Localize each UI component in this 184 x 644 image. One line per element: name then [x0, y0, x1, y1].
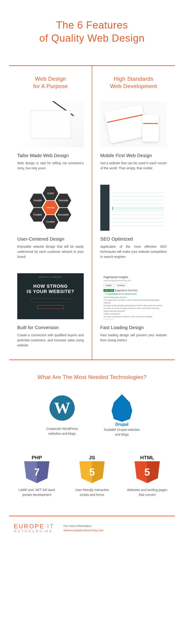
grader-headline-2: IS YOUR WEBSITE?	[27, 289, 74, 294]
feature-conversion: WEBSITE GRADER HOW STRONG IS YOUR WEBSIT…	[17, 273, 84, 348]
psi-tab-desktop: Desktop	[115, 284, 127, 287]
psi-row: Avoid landing page redirects	[104, 296, 164, 299]
col-left-header-line1: Web Design	[35, 76, 66, 82]
feature-mobile-first: Mobile First Web Design Get a website th…	[100, 101, 167, 171]
tech-row-1: W Cooperate WordPress websites and blogs…	[0, 394, 184, 437]
html-number: 5	[134, 461, 160, 483]
footer-info: For more information: www.europeitoutsou…	[64, 524, 103, 532]
title-line-1: The 6 Features	[56, 19, 128, 30]
hex-findable: Findable	[30, 208, 46, 222]
image-pagespeed-insights: PageSpeed Insights www.europeitoutsourci…	[100, 273, 167, 319]
feature-usercentered-body: Enjoyable website design that will be ea…	[17, 244, 84, 260]
wordpress-logo-icon: W	[48, 394, 76, 422]
psi-score-label: Suggestions Summary	[114, 289, 138, 292]
grader-email-input	[30, 298, 70, 302]
footer-info-label: For more information:	[64, 524, 92, 528]
tech-row-2: PHP 7 LAMP and .NET full stack portals d…	[0, 456, 184, 497]
tech-wordpress-caption: Cooperate WordPress websites and blogs	[42, 426, 83, 436]
js-label: JS	[89, 455, 95, 461]
feature-tailor-body: Web design is vital for telling not some…	[17, 160, 84, 171]
image-ux-honeycomb: Valuable Useful Desirable Accessible Cre…	[17, 185, 84, 231]
footer-brand-sub: OUTSOURCING	[14, 529, 54, 533]
tech-drupal-caption: Scalable Drupal websites and blogs	[101, 427, 142, 437]
feature-seo-title: SEO Optimized	[100, 236, 167, 242]
grader-submit-button	[37, 305, 64, 309]
feature-conversion-body: Create a connection with qualified buyer…	[17, 332, 84, 348]
feature-fastloading-title: Fast Loading Design	[100, 325, 167, 330]
php-number: 7	[24, 461, 50, 483]
page-title: The 6 Features of Quality Web Design	[0, 0, 184, 58]
tech-html-caption: Websites and landing pages that convert	[126, 488, 168, 497]
psi-row: You have no render-blocking resources. L…	[104, 307, 164, 312]
html-logo-icon: HTML 5	[134, 456, 161, 483]
tech-js: JS 5 User-friendly interactive scripts a…	[71, 456, 113, 497]
hex-valuable: Valuable	[43, 201, 58, 214]
psi-row: You have compression enabled. Learn more…	[104, 315, 164, 319]
feature-tailor-made: Tailor Made Web Design Web design is vit…	[17, 101, 84, 171]
feature-seo-body: Application of the most effective SEO te…	[100, 244, 167, 260]
feature-usercentered-title: User-Centered Design	[17, 236, 84, 242]
tech-php-caption: LAMP and .NET full stack portals develop…	[16, 488, 58, 497]
php-label: PHP	[32, 455, 42, 461]
hex-useable: Useable	[30, 194, 46, 208]
feature-conversion-title: Built for Conversion	[17, 325, 84, 330]
tech-wordpress: W Cooperate WordPress websites and blogs	[42, 394, 83, 437]
image-sketch-wireframe	[17, 101, 84, 147]
hex-accessible: Accessible	[56, 208, 71, 222]
col-left-header-line2: for A Purpose	[33, 83, 68, 89]
title-line-2: of Quality Web Design	[39, 32, 145, 44]
grader-headline-1: HOW STRONG	[33, 284, 68, 289]
features-two-column: Web Design for A Purpose Tailor Made Web…	[9, 65, 175, 360]
footer-url-link[interactable]: www.europeitoutsourcing.com	[64, 528, 103, 532]
footer-brand-accent: EUROPE	[14, 523, 44, 530]
column-right-header: High Standards Web Development	[100, 75, 167, 90]
feature-user-centered: Valuable Useful Desirable Accessible Cre…	[17, 185, 84, 260]
footer: EUROPE IT OUTSOURCING For more informati…	[9, 516, 175, 542]
wordpress-letter: W	[50, 395, 75, 421]
js-logo-icon: JS 5	[78, 456, 106, 483]
technologies-section-title: What Are The Most Needed Technologies?	[0, 374, 184, 380]
php-logo-icon: PHP 7	[23, 456, 50, 483]
psi-row: Your page has no redirects. Learn more a…	[104, 299, 164, 304]
feature-fast-loading: PageSpeed Insights www.europeitoutsourci…	[100, 273, 167, 343]
hex-desirable: Desirable	[56, 194, 71, 208]
psi-row: Eliminate render-blocking JavaScript and…	[104, 304, 164, 307]
psi-row: Enable compression	[104, 312, 164, 315]
psi-congrats: Congratulations! No issues found.	[106, 293, 137, 295]
html-label: HTML	[140, 455, 154, 461]
tech-php: PHP 7 LAMP and .NET full stack portals d…	[16, 456, 58, 497]
feature-fastloading-body: Fast loading design will prevent your we…	[100, 332, 167, 343]
image-tablet-phone-mockup	[100, 101, 167, 147]
col-right-header-line2: Web Development	[110, 83, 157, 89]
psi-score: 100 / 100	[104, 289, 114, 292]
footer-brand-rest: IT	[44, 523, 54, 530]
psi-tab-mobile: Mobile	[104, 284, 114, 287]
psi-title: PageSpeed Insights	[104, 276, 164, 279]
footer-brand: EUROPE IT OUTSOURCING	[14, 523, 54, 533]
tech-html: HTML 5 Websites and landing pages that c…	[126, 456, 168, 497]
column-left: Web Design for A Purpose Tailor Made Web…	[9, 66, 92, 360]
col-right-header-line1: High Standards	[114, 76, 153, 82]
tech-js-caption: User-friendly interactive scripts and fo…	[71, 488, 113, 497]
tech-drupal: Drupal Scalable Drupal websites and blog…	[101, 394, 142, 437]
column-right: High Standards Web Development Mobile Fi…	[92, 66, 175, 360]
feature-mobile-body: Get a website that can be used in each c…	[100, 160, 167, 171]
feature-tailor-title: Tailor Made Web Design	[17, 153, 84, 158]
grader-brand: WEBSITE GRADER	[39, 276, 62, 278]
drupal-label: Drupal	[108, 422, 136, 427]
psi-url: www.europeitoutsourcing.com	[104, 280, 164, 282]
js-number: 5	[79, 461, 105, 483]
column-left-header: Web Design for A Purpose	[17, 75, 84, 90]
image-seo-crawler-table	[100, 185, 167, 231]
feature-mobile-title: Mobile First Web Design	[100, 153, 167, 158]
hex-credible: Credible	[43, 215, 58, 229]
drupal-logo-icon: Drupal	[108, 394, 136, 422]
image-website-grader: WEBSITE GRADER HOW STRONG IS YOUR WEBSIT…	[17, 273, 84, 319]
hex-useful: Useful	[43, 186, 58, 200]
feature-seo-optimized: SEO Optimized Application of the most ef…	[100, 185, 167, 260]
